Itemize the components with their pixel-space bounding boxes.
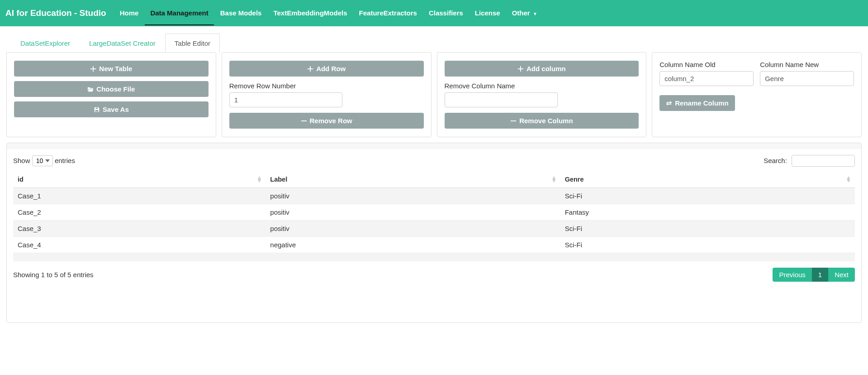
- panel-row-ops: Add Row Remove Row Number Remove Row: [222, 52, 432, 137]
- nav-link-data-management[interactable]: Data Management: [145, 5, 213, 25]
- save-as-button[interactable]: Save As: [14, 101, 209, 117]
- cell-genre: Sci-Fi: [560, 221, 855, 237]
- folder-open-icon: [87, 86, 94, 92]
- cell-id: Case_2: [13, 204, 266, 221]
- nav-link-base-models[interactable]: Base Models: [215, 5, 267, 21]
- remove-column-label: Remove Column: [519, 117, 573, 125]
- nav-link-other-label: Other: [512, 9, 530, 17]
- nav-link-text-embedding-models[interactable]: TextEmbeddingModels: [268, 5, 352, 21]
- plus-icon: [517, 66, 524, 72]
- pager-page-current[interactable]: 1: [812, 268, 828, 282]
- remove-column-name-label: Remove Column Name: [445, 82, 639, 90]
- add-row-label: Add Row: [316, 65, 346, 72]
- remove-row-number-input[interactable]: [229, 92, 342, 107]
- svg-rect-1: [511, 120, 516, 121]
- column-name-old-input[interactable]: [659, 71, 754, 86]
- nav-link-license[interactable]: License: [470, 5, 506, 21]
- dt-info: Showing 1 to 5 of 5 entries: [13, 271, 94, 279]
- table-row-blank: [13, 253, 855, 262]
- minus-icon: [301, 118, 307, 124]
- dt-search-input[interactable]: [792, 155, 855, 167]
- minus-icon: [510, 118, 517, 124]
- table-row[interactable]: Case_3 positiv Sci-Fi: [13, 221, 855, 237]
- dt-length-select[interactable]: 10: [32, 155, 53, 166]
- nav-link-home[interactable]: Home: [114, 5, 144, 21]
- cell-id: Case_1: [13, 188, 266, 204]
- plus-icon: [307, 66, 313, 72]
- sort-icon: ▲▼: [256, 176, 262, 183]
- navbar: AI for Education - Studio Home Data Mana…: [0, 0, 868, 26]
- panel-column-ops: Add column Remove Column Name Remove Col…: [437, 52, 647, 137]
- remove-row-button[interactable]: Remove Row: [229, 113, 424, 129]
- choose-file-button[interactable]: Choose File: [14, 81, 209, 97]
- remove-row-label: Remove Row: [310, 117, 352, 125]
- cell-label: negative: [266, 237, 560, 253]
- panel-rename-column: Column Name Old Column Name New Rename C…: [652, 52, 862, 137]
- data-table: id ▲▼ Label ▲▼ Genre ▲▼: [13, 171, 855, 261]
- remove-row-number-label: Remove Row Number: [229, 82, 424, 90]
- new-table-button[interactable]: New Table: [14, 61, 209, 77]
- swap-icon: [666, 100, 672, 106]
- rename-column-label: Rename Column: [675, 99, 728, 107]
- data-panel-header-bar: [7, 143, 861, 149]
- column-name-new-input[interactable]: [760, 71, 854, 86]
- cell-label: positiv: [266, 204, 560, 221]
- new-table-label: New Table: [99, 65, 132, 72]
- add-row-button[interactable]: Add Row: [229, 61, 424, 77]
- pager-previous[interactable]: Previous: [773, 268, 811, 282]
- caret-down-icon: ▼: [533, 11, 537, 16]
- cell-label: positiv: [266, 221, 560, 237]
- nav-link-other[interactable]: Other ▼: [507, 5, 543, 21]
- tabs: DataSetExplorer LargeDataSet Creator Tab…: [11, 34, 862, 53]
- cell-id: Case_3: [13, 221, 266, 237]
- svg-rect-0: [301, 120, 306, 121]
- add-column-label: Add column: [526, 65, 566, 72]
- column-name-new-label: Column Name New: [760, 61, 854, 68]
- pager-next[interactable]: Next: [828, 268, 855, 282]
- nav-links: Home Data Management Base Models TextEmb…: [114, 5, 543, 21]
- table-row[interactable]: Case_4 negative Sci-Fi: [13, 237, 855, 253]
- dt-show-label-post: entries: [55, 157, 75, 164]
- table-row[interactable]: Case_2 positiv Fantasy: [13, 204, 855, 221]
- cell-genre: Fantasy: [560, 204, 855, 221]
- control-panels: New Table Choose File Save As Add Row Re…: [6, 52, 862, 137]
- panel-file-ops: New Table Choose File Save As: [6, 52, 216, 137]
- dt-length: Show 10 entries: [13, 155, 75, 166]
- remove-column-name-input[interactable]: [445, 92, 558, 107]
- sort-icon: ▲▼: [846, 176, 851, 183]
- table-row[interactable]: Case_1 positiv Sci-Fi: [13, 188, 855, 204]
- save-icon: [94, 106, 100, 113]
- dt-show-label-pre: Show: [13, 157, 30, 164]
- tab-large-dataset-creator[interactable]: LargeDataSet Creator: [80, 34, 165, 53]
- choose-file-label: Choose File: [96, 85, 135, 93]
- dt-search-label: Search:: [764, 157, 787, 164]
- tab-table-editor[interactable]: Table Editor: [165, 34, 220, 53]
- cell-genre: Sci-Fi: [560, 237, 855, 253]
- data-table-panel: Show 10 entries Search: id ▲▼: [6, 143, 862, 323]
- column-name-old-label: Column Name Old: [659, 61, 754, 68]
- cell-id: Case_4: [13, 237, 266, 253]
- sort-icon: ▲▼: [551, 176, 557, 183]
- nav-link-classifiers[interactable]: Classifiers: [423, 5, 469, 21]
- dt-pager: Previous 1 Next: [773, 268, 855, 282]
- cell-genre: Sci-Fi: [560, 188, 855, 204]
- rename-column-button[interactable]: Rename Column: [659, 95, 735, 111]
- tab-dataset-explorer[interactable]: DataSetExplorer: [11, 34, 80, 53]
- remove-column-button[interactable]: Remove Column: [445, 113, 639, 129]
- brand: AI for Education - Studio: [5, 8, 106, 18]
- col-header-genre[interactable]: Genre ▲▼: [560, 171, 855, 188]
- plus-icon: [90, 66, 96, 72]
- dt-search: Search:: [764, 155, 855, 167]
- col-header-id[interactable]: id ▲▼: [13, 171, 266, 188]
- add-column-button[interactable]: Add column: [445, 61, 639, 77]
- save-as-label: Save As: [103, 106, 129, 113]
- nav-link-feature-extractors[interactable]: FeatureExtractors: [354, 5, 422, 21]
- col-header-label[interactable]: Label ▲▼: [266, 171, 560, 188]
- cell-label: positiv: [266, 188, 560, 204]
